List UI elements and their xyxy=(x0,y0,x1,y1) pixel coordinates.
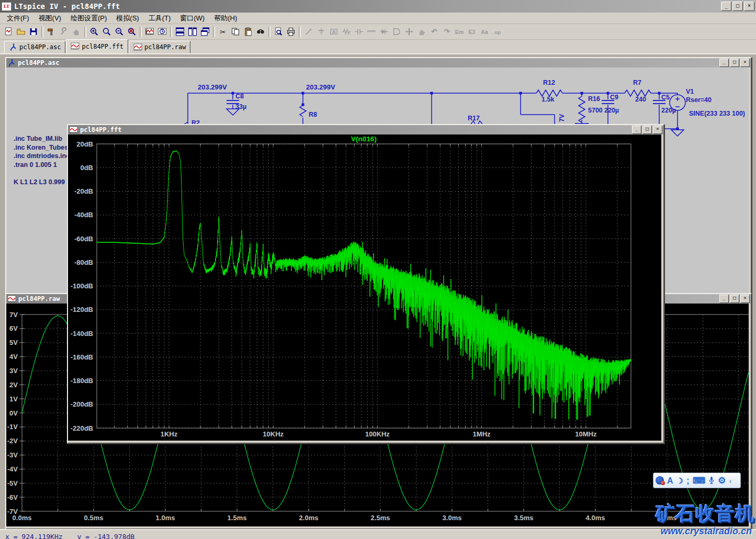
waveform-maximize-button[interactable]: □ xyxy=(730,295,739,303)
zoom-out-icon[interactable] xyxy=(113,26,126,38)
fft-window: pcl84PP.fft _ □ × 20dB0dB-20dB-40dB-60dB… xyxy=(67,124,664,444)
svg-text:-20dB: -20dB xyxy=(74,187,93,195)
text-icon: Aa xyxy=(478,26,491,38)
svg-text:Aa: Aa xyxy=(481,29,488,35)
fft-maximize-button[interactable]: □ xyxy=(642,126,652,134)
tab-label: pcl84PP.raw xyxy=(144,43,186,51)
svg-text:3.0ms: 3.0ms xyxy=(443,514,462,522)
edit-simulation-cmd-icon xyxy=(58,26,70,38)
drag-icon xyxy=(415,26,428,38)
tab-pcl84PP.asc[interactable]: pcl84PP.asc xyxy=(4,41,65,53)
diode-icon xyxy=(378,26,390,38)
collapse-arrow-icon[interactable]: ‹ xyxy=(729,477,731,485)
tab-bar: pcl84PP.ascpcl84PP.fftpcl84PP.raw xyxy=(0,40,756,54)
cursor-x-readout: x = 924.119KHz xyxy=(5,533,63,539)
svg-text:R17: R17 xyxy=(468,115,480,122)
menu-item-6[interactable]: 帮助(H) xyxy=(209,13,242,24)
cursor-y-readout: y = -143.978dB xyxy=(77,533,135,539)
tab-label: pcl84PP.asc xyxy=(19,43,61,51)
keyboard-icon[interactable]: ⌨ xyxy=(693,477,706,485)
svg-text:E3: E3 xyxy=(469,29,476,35)
svg-text:-140dB: -140dB xyxy=(71,330,93,338)
svg-text:-5V: -5V xyxy=(7,479,18,487)
svg-text:✂: ✂ xyxy=(220,28,226,36)
menu-bar: 文件(F)视图(V)绘图设置(P)模拟(S)工具(T)窗口(W)帮助(H) xyxy=(0,13,756,24)
svg-text:1MHz: 1MHz xyxy=(473,430,491,438)
print-preview-icon[interactable] xyxy=(272,26,285,38)
settings-gear-icon[interactable]: ⚙ xyxy=(718,477,726,485)
move-icon xyxy=(403,26,415,38)
plot-settings-icon[interactable] xyxy=(156,26,168,38)
control-panel-icon[interactable] xyxy=(45,26,58,38)
schematic-window-titlebar[interactable]: pcl84PP.asc _ □ × xyxy=(6,58,751,68)
svg-text:3.5ms: 3.5ms xyxy=(514,514,534,522)
print-icon[interactable] xyxy=(285,26,297,38)
schematic-window-title: pcl84PP.asc xyxy=(18,59,719,66)
svg-text:240: 240 xyxy=(635,96,646,103)
watermark-text: 矿石收音机 xyxy=(656,502,755,525)
svg-text:-1V: -1V xyxy=(7,423,18,431)
new-schematic-icon[interactable] xyxy=(2,26,15,38)
cut-icon[interactable]: ✂ xyxy=(217,26,229,38)
punctuation-icon[interactable]: ; xyxy=(686,477,690,485)
menu-item-2[interactable]: 绘图设置(P) xyxy=(66,13,111,24)
svg-text:5V: 5V xyxy=(9,339,18,346)
tile-horizontal-icon[interactable] xyxy=(174,26,186,38)
tab-pcl84PP.raw[interactable]: pcl84PP.raw xyxy=(129,41,190,53)
svg-text:220µ: 220µ xyxy=(661,107,676,114)
fft-minimize-button[interactable]: _ xyxy=(632,126,641,134)
svg-text:.op: .op xyxy=(493,29,501,35)
svg-text:-6V: -6V xyxy=(7,493,18,501)
letter-A-icon[interactable]: A xyxy=(667,477,673,485)
sogou-logo-icon[interactable] xyxy=(656,476,664,485)
svg-text:10MHz: 10MHz xyxy=(575,430,597,438)
fft-chart: 20dB0dB-20dB-40dB-60dB-80dB-100dB-120dB-… xyxy=(68,134,661,441)
copy-icon[interactable] xyxy=(229,26,242,38)
menu-item-1[interactable]: 视图(V) xyxy=(34,13,66,24)
tile-vertical-icon[interactable] xyxy=(186,26,199,38)
waveform-close-button[interactable]: × xyxy=(740,295,750,303)
paste-icon[interactable] xyxy=(242,26,254,38)
zoom-in-icon[interactable] xyxy=(88,26,100,38)
tab-pcl84PP.fft[interactable]: pcl84PP.fft xyxy=(66,39,128,53)
menu-item-0[interactable]: 文件(F) xyxy=(2,13,34,24)
svg-text:2.0ms: 2.0ms xyxy=(299,514,319,522)
schematic-minimize-button[interactable]: _ xyxy=(719,59,729,67)
close-button[interactable]: × xyxy=(744,2,754,11)
schematic-maximize-button[interactable]: □ xyxy=(730,59,739,67)
undo-icon: ↶ xyxy=(428,26,441,38)
schematic-close-button[interactable]: × xyxy=(740,59,750,67)
svg-text:C5: C5 xyxy=(661,94,670,101)
find-icon[interactable] xyxy=(254,26,267,38)
menu-item-3[interactable]: 模拟(S) xyxy=(111,13,143,24)
fft-close-button[interactable]: × xyxy=(653,126,662,134)
svg-text:3V: 3V xyxy=(9,367,18,375)
svg-text:-100dB: -100dB xyxy=(71,282,93,290)
open-icon[interactable] xyxy=(15,26,27,38)
svg-text:R8: R8 xyxy=(309,111,317,118)
fft-plot-area[interactable]: 20dB0dB-20dB-40dB-60dB-80dB-100dB-120dB-… xyxy=(68,134,661,441)
minimize-button[interactable]: _ xyxy=(721,2,731,11)
schematic-icon xyxy=(7,59,16,67)
title-bar[interactable]: LT LTspice IV - pcl84PP.fft _ □ × xyxy=(0,0,756,13)
cascade-windows-icon[interactable] xyxy=(199,26,211,38)
microphone-icon[interactable] xyxy=(708,476,715,485)
svg-text:203.299V: 203.299V xyxy=(198,83,227,91)
svg-text:6V: 6V xyxy=(9,324,18,332)
svg-text:4.0ms: 4.0ms xyxy=(586,514,605,522)
save-icon[interactable] xyxy=(27,26,40,38)
svg-text:R12: R12 xyxy=(543,79,555,86)
crescent-moon-icon[interactable]: ☽ xyxy=(676,477,683,485)
svg-text:1.0ms: 1.0ms xyxy=(156,514,175,522)
fft-window-titlebar[interactable]: pcl84PP.fft _ □ × xyxy=(68,125,663,134)
maximize-button[interactable]: □ xyxy=(732,2,743,11)
waveform-minimize-button[interactable]: _ xyxy=(719,295,729,303)
svg-text:C9: C9 xyxy=(610,94,618,101)
zoom-area-icon[interactable] xyxy=(100,26,113,38)
svg-text:-4V: -4V xyxy=(7,465,18,473)
svg-text:R16: R16 xyxy=(588,95,600,103)
menu-item-4[interactable]: 工具(T) xyxy=(144,13,176,24)
menu-item-5[interactable]: 窗口(W) xyxy=(175,13,209,24)
zoom-full-extents-icon[interactable] xyxy=(126,26,138,38)
autorange-y-icon[interactable] xyxy=(143,26,156,38)
